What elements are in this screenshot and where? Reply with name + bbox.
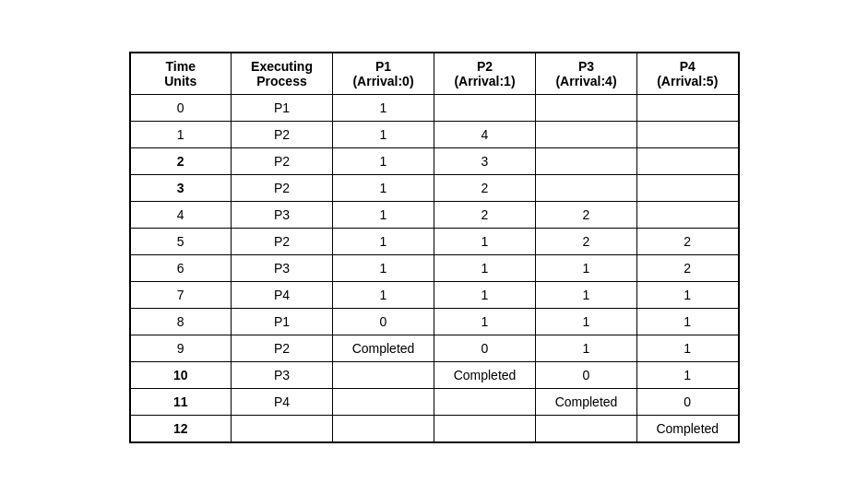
- header-p3: P3(Arrival:4): [536, 53, 637, 95]
- cell-p3: [536, 415, 637, 442]
- cell-exec: P1: [232, 94, 333, 121]
- cell-p3: [536, 174, 637, 201]
- cell-time: 8: [130, 308, 232, 335]
- cell-p1: [333, 361, 434, 388]
- cell-p4: 2: [637, 228, 739, 254]
- main-container: TimeUnits ExecutingProcess P1(Arrival:0)…: [120, 42, 749, 453]
- cell-time: 6: [130, 254, 232, 281]
- cell-exec: [232, 415, 333, 442]
- cell-time: 0: [130, 94, 232, 121]
- table-row: 0P11: [130, 94, 739, 121]
- cell-time: 7: [130, 281, 232, 308]
- cell-time: 3: [130, 174, 232, 201]
- header-p2: P2(Arrival:1): [434, 53, 536, 95]
- table-row: 11P4Completed0: [130, 388, 739, 415]
- cell-p1: 1: [333, 121, 434, 147]
- table-row: 1P214: [130, 121, 739, 147]
- cell-p3: 1: [536, 254, 637, 281]
- cell-exec: P3: [232, 201, 333, 228]
- cell-p2: 0: [434, 335, 536, 361]
- cell-p1: [333, 388, 434, 415]
- table-row: 3P212: [130, 174, 739, 201]
- cell-exec: P2: [232, 174, 333, 201]
- cell-p3: [536, 121, 637, 147]
- cell-p1: Completed: [333, 335, 434, 361]
- header-p1: P1(Arrival:0): [333, 53, 434, 95]
- cell-p1: 1: [333, 174, 434, 201]
- table-row: 9P2Completed011: [130, 335, 739, 361]
- table-row: 4P3122: [130, 201, 739, 228]
- cell-p2: [434, 94, 536, 121]
- cell-p3: 2: [536, 228, 637, 254]
- cell-p4: Completed: [637, 415, 739, 442]
- table-row: 7P41111: [130, 281, 739, 308]
- cell-p4: [637, 201, 739, 228]
- cell-exec: P1: [232, 308, 333, 335]
- cell-p4: 2: [637, 254, 739, 281]
- cell-p1: 0: [333, 308, 434, 335]
- cell-time: 9: [130, 335, 232, 361]
- cell-time: 11: [130, 388, 232, 415]
- cell-p1: 1: [333, 281, 434, 308]
- header-p4: P4(Arrival:5): [637, 53, 739, 95]
- cell-p2: Completed: [434, 361, 536, 388]
- cell-exec: P3: [232, 254, 333, 281]
- cell-p4: [637, 94, 739, 121]
- cell-p1: 1: [333, 94, 434, 121]
- cell-p2: 1: [434, 281, 536, 308]
- cell-p4: 1: [637, 361, 739, 388]
- cell-p1: 1: [333, 201, 434, 228]
- cell-p1: 1: [333, 254, 434, 281]
- cell-exec: P3: [232, 361, 333, 388]
- cell-p3: Completed: [536, 388, 637, 415]
- cell-exec: P2: [232, 121, 333, 147]
- cell-p2: 1: [434, 308, 536, 335]
- cell-exec: P2: [232, 228, 333, 254]
- table-row: 8P10111: [130, 308, 739, 335]
- cell-time: 5: [130, 228, 232, 254]
- cell-p4: 1: [637, 335, 739, 361]
- cell-p2: [434, 388, 536, 415]
- cell-p3: 2: [536, 201, 637, 228]
- cell-time: 2: [130, 147, 232, 174]
- cell-p2: 1: [434, 254, 536, 281]
- cell-p4: 0: [637, 388, 739, 415]
- cell-p2: 2: [434, 201, 536, 228]
- cell-p1: 1: [333, 228, 434, 254]
- cell-p1: [333, 415, 434, 442]
- cell-exec: P2: [232, 147, 333, 174]
- table-row: 10P3Completed01: [130, 361, 739, 388]
- cell-p3: 1: [536, 308, 637, 335]
- table-row: 12Completed: [130, 415, 739, 442]
- table-row: 5P21122: [130, 228, 739, 254]
- cell-time: 4: [130, 201, 232, 228]
- table-row: 2P213: [130, 147, 739, 174]
- header-time: TimeUnits: [130, 53, 232, 95]
- cell-exec: P2: [232, 335, 333, 361]
- cell-p3: 0: [536, 361, 637, 388]
- cell-exec: P4: [232, 388, 333, 415]
- cell-p2: [434, 415, 536, 442]
- cell-p3: 1: [536, 335, 637, 361]
- cell-p3: 1: [536, 281, 637, 308]
- cell-p4: [637, 121, 739, 147]
- cell-p2: 3: [434, 147, 536, 174]
- cell-p3: [536, 94, 637, 121]
- cell-time: 1: [130, 121, 232, 147]
- cell-p2: 1: [434, 228, 536, 254]
- table-row: 6P31112: [130, 254, 739, 281]
- cell-exec: P4: [232, 281, 333, 308]
- cell-p3: [536, 147, 637, 174]
- cell-p2: 4: [434, 121, 536, 147]
- cell-p2: 2: [434, 174, 536, 201]
- cell-p4: 1: [637, 308, 739, 335]
- cell-p4: 1: [637, 281, 739, 308]
- cell-time: 10: [130, 361, 232, 388]
- cell-time: 12: [130, 415, 232, 442]
- cell-p4: [637, 147, 739, 174]
- process-table: TimeUnits ExecutingProcess P1(Arrival:0)…: [129, 52, 740, 443]
- cell-p1: 1: [333, 147, 434, 174]
- cell-p4: [637, 174, 739, 201]
- header-exec: ExecutingProcess: [232, 53, 333, 95]
